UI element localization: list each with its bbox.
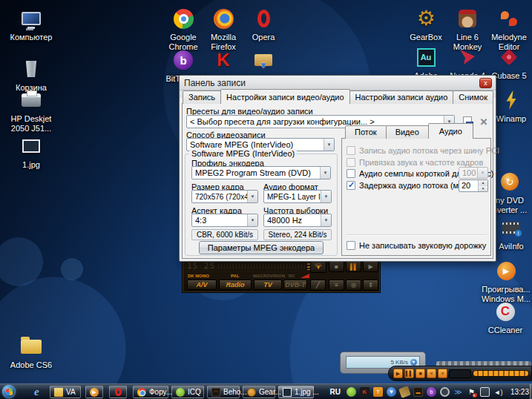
tray-action-center-flag-icon[interactable]: ⚑✕ xyxy=(467,387,476,397)
tv-status-rc: RC xyxy=(289,274,295,278)
tray-stylus-icon[interactable] xyxy=(398,386,411,398)
ie-quicklaunch-icon[interactable]: e xyxy=(34,386,39,398)
tray-download-icon[interactable]: ▼ xyxy=(387,387,396,397)
tv-channel-updown-button[interactable]: ⇕ xyxy=(363,280,378,291)
tv-av-button[interactable]: A/V xyxy=(187,280,217,290)
chrome-icon xyxy=(162,6,205,31)
tray-behold-icon[interactable]: ▬ xyxy=(413,387,423,397)
desktop-icon-chrome[interactable]: Google Chrome xyxy=(162,6,205,52)
windows-logo-icon xyxy=(5,388,13,395)
tab-audio[interactable]: Аудио xyxy=(428,123,473,139)
tab-audio-settings[interactable]: Настройки записи аудио xyxy=(349,90,454,104)
close-button[interactable]: x xyxy=(479,78,492,88)
audio-delay-spinner[interactable]: 20 ▲▼ xyxy=(459,179,488,192)
chevron-down-icon: ▼ xyxy=(477,168,487,178)
tv-volume-wedge xyxy=(301,274,309,278)
taskbar-button-icq[interactable]: ICQ xyxy=(171,386,204,398)
desktop-icon-wmp[interactable]: ▶ Проигрыва... Windows M... xyxy=(481,258,531,304)
tv-status-macrovision: MACROVISION xyxy=(253,274,285,278)
tray-bittorrent-icon[interactable]: b xyxy=(427,387,436,397)
desktop-icon-adobe-cs6[interactable]: Adobe CS6 xyxy=(4,334,58,370)
sample-rate-select[interactable]: 48000 Hz ▼ xyxy=(263,214,332,227)
taskbar-button-wmp[interactable]: ▶ xyxy=(85,386,103,398)
checkbox-sync-framerate[interactable]: Привязка звука к частоте кадров xyxy=(347,158,483,167)
folder-icon xyxy=(4,334,58,359)
tv-settings-button[interactable]: ╱ xyxy=(310,280,326,291)
dialog-titlebar[interactable]: Панель записи xyxy=(180,76,496,90)
icq-icon xyxy=(176,388,185,397)
tab-snapshot[interactable]: Снимок xyxy=(453,90,493,104)
tab-record[interactable]: Запись xyxy=(183,90,221,104)
tray-clock[interactable]: 13:23 xyxy=(510,388,529,396)
tv-stop-button[interactable]: ■ xyxy=(329,261,344,272)
chevron-down-icon: ▼ xyxy=(324,139,334,151)
desktop-icon-ccleaner[interactable]: C CCleaner xyxy=(484,299,527,335)
taskbar-button-behold[interactable]: ◠ Beho... xyxy=(207,386,240,398)
audio-format-select[interactable]: MPEG-1 Layer II ▼ xyxy=(263,190,332,203)
tv-tv-button[interactable]: TV xyxy=(254,280,282,290)
language-indicator[interactable]: RU xyxy=(330,388,341,396)
kaspersky-icon: K xyxy=(202,47,245,73)
adobe-audition-icon: Au xyxy=(404,44,447,70)
desktop-icon-opera[interactable]: Opera xyxy=(242,6,285,42)
checkbox-icon xyxy=(347,158,355,167)
download-icon xyxy=(242,47,285,73)
taskbar-button-opera[interactable] xyxy=(109,386,127,398)
desktop-icon-1jpg[interactable]: 1.jpg xyxy=(4,133,58,170)
taskbar-button-forum[interactable]: Фору... xyxy=(133,386,168,398)
computer-icon xyxy=(4,6,58,31)
checkbox-no-audio-track[interactable]: Не записывать звуковую дорожку xyxy=(347,241,486,250)
player-progress-bar[interactable] xyxy=(473,370,529,377)
desktop: Компьютер Корзина HP Deskjet 2050 J51...… xyxy=(0,0,532,399)
tab-stream[interactable]: Поток xyxy=(345,125,387,139)
opera-icon xyxy=(115,388,122,396)
tray-icq-icon[interactable] xyxy=(347,387,356,397)
gear-icon: ⚙ xyxy=(404,6,447,31)
tv-dvbt-button[interactable]: DVB-T xyxy=(283,280,307,290)
delete-preset-button[interactable]: ✕ xyxy=(477,115,490,128)
desktop-icon-computer[interactable]: Компьютер xyxy=(4,6,58,42)
desktop-icon-printer[interactable]: HP Deskjet 2050 J51... xyxy=(1,88,61,133)
spinner-buttons[interactable]: ▲▼ xyxy=(478,180,487,191)
player-pause-button[interactable]: ▌▌ xyxy=(404,369,414,378)
tray-kaspersky-icon[interactable]: K xyxy=(360,387,370,397)
frame-size-select[interactable]: 720x576 (720x480) ▼ xyxy=(191,190,258,203)
desktop-icon-gearbox[interactable]: ⚙ GearBox xyxy=(404,6,447,42)
taskbar-button-gearbox[interactable]: Gear... xyxy=(243,386,275,398)
melodyne-icon xyxy=(487,6,531,31)
chrome-icon xyxy=(137,388,146,397)
player-play-button[interactable]: ▶ xyxy=(393,369,403,378)
player-forward-button[interactable]: » xyxy=(438,369,447,378)
image-file-icon xyxy=(4,133,58,159)
encoder-profile-select[interactable]: MPEG2 Program Stream (DVD) ▼ xyxy=(191,166,331,179)
player-rewind-button[interactable]: « xyxy=(427,369,436,378)
player-stop-button[interactable]: ■ xyxy=(416,369,425,378)
tv-list-button[interactable]: ≡ xyxy=(329,280,344,291)
tv-radio-button[interactable]: Radio xyxy=(219,280,252,290)
tv-play-button[interactable]: ▶ xyxy=(363,261,378,272)
chevron-down-icon: ▼ xyxy=(247,214,257,226)
spinner-up-icon: ▲ xyxy=(479,180,487,186)
media-player-icon: ▶ xyxy=(481,258,531,283)
taskbar-button-1jpg[interactable]: 1.jpg ... xyxy=(278,386,314,398)
tab-video-audio-settings[interactable]: Настройки записи видео/аудио xyxy=(220,89,349,104)
aspect-select[interactable]: 4:3 ▼ xyxy=(191,214,258,227)
checkbox-audio-delay[interactable]: Задержка аудио потока (мс) xyxy=(347,181,465,190)
desktop-icon-firefox[interactable]: Mozilla Firefox xyxy=(202,6,245,52)
tray-blue-arrows-icon[interactable]: ≫ xyxy=(453,387,463,397)
checkbox-icon xyxy=(347,146,355,155)
tv-timer-button[interactable]: ◎ xyxy=(346,280,361,291)
tv-pause-button[interactable]: ▌▌ xyxy=(346,261,361,272)
mpeg-params-button[interactable]: Параметры MPEG энкодера xyxy=(199,241,324,254)
tray-grey-ring-icon[interactable] xyxy=(440,387,450,397)
tab-page: Пресеты для видео/аудио записи < Выбор п… xyxy=(182,103,493,259)
tray-volume-icon[interactable]: ◄) xyxy=(493,387,503,397)
tray-network-icon[interactable] xyxy=(480,387,490,397)
start-button[interactable] xyxy=(2,385,16,398)
tray-orange-app-icon[interactable]: T xyxy=(373,387,383,397)
taskbar-button-va[interactable]: VA xyxy=(50,386,81,398)
checkbox-pci-audio[interactable]: Запись аудио потока через шину PCI xyxy=(347,146,499,155)
short-samples-select[interactable]: 100 ▼ xyxy=(459,167,488,179)
tab-video[interactable]: Видео xyxy=(386,125,429,139)
media-player-icon: ▶ xyxy=(90,388,99,397)
